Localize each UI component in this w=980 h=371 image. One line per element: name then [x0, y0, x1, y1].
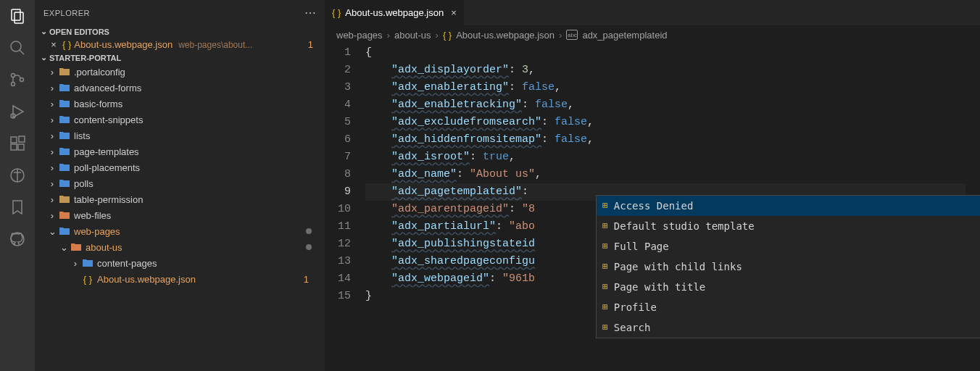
tree-item[interactable]: ›page-templates: [35, 143, 325, 159]
tree-item[interactable]: ›basic-forms: [35, 96, 325, 112]
folder-icon: [58, 67, 71, 77]
tree-item-label: web-files: [74, 210, 111, 221]
bookmark-icon[interactable]: [7, 197, 28, 217]
string-icon: abc: [566, 30, 578, 40]
explorer-icon[interactable]: [7, 6, 28, 26]
svg-point-5: [12, 83, 15, 86]
tree-item[interactable]: ›web-files: [35, 207, 325, 223]
open-editors-header[interactable]: ⌄ OPEN EDITORS: [35, 25, 325, 38]
autocomplete-item[interactable]: ⊞Search: [597, 317, 980, 338]
chevron-right-icon: ›: [70, 258, 81, 269]
svg-rect-0: [12, 9, 20, 20]
tree-item[interactable]: { }About-us.webpage.json1: [35, 271, 325, 287]
tree-item[interactable]: ⌄about-us: [35, 239, 325, 255]
autocomplete-item[interactable]: ⊞Access Denied: [597, 196, 980, 216]
code-line[interactable]: "adx_isroot": true,: [365, 149, 966, 166]
svg-rect-12: [19, 136, 25, 142]
code-editor[interactable]: 123456789101112131415 { "adx_displayorde…: [325, 44, 980, 371]
chevron-right-icon: ›: [559, 30, 562, 41]
breadcrumb-part[interactable]: About-us.webpage.json: [456, 30, 555, 41]
search-icon[interactable]: [7, 38, 28, 58]
folder-icon: [58, 210, 71, 220]
tree-item-label: table-permission: [74, 194, 143, 205]
folder-icon: [58, 130, 71, 141]
close-icon[interactable]: ×: [48, 39, 59, 50]
folder-icon: [58, 194, 71, 204]
autocomplete-item[interactable]: ⊞Page with title: [597, 277, 980, 297]
tree-item[interactable]: ›content-snippets: [35, 112, 325, 128]
close-icon[interactable]: ×: [451, 7, 457, 18]
modified-dot-icon: [306, 244, 312, 250]
open-editors-label: OPEN EDITORS: [49, 28, 109, 36]
tab-bar: { } About-us.webpage.json ×: [325, 0, 980, 25]
editor-area: { } About-us.webpage.json × web-pages › …: [325, 0, 980, 371]
tree-item-label: .portalconfig: [74, 67, 125, 78]
project-header[interactable]: ⌄ STARTER-PORTAL: [35, 51, 325, 64]
autocomplete-label: Access Denied: [614, 197, 694, 214]
breadcrumb-part[interactable]: about-us: [394, 30, 431, 41]
code-line[interactable]: {: [365, 44, 966, 62]
open-editor-item[interactable]: × { } About-us.webpage.json web-pages\ab…: [35, 38, 325, 51]
code-line[interactable]: "adx_enabletracking": false,: [365, 96, 966, 114]
more-icon[interactable]: ⋯: [304, 6, 316, 20]
editor-item-path: web-pages\about...: [178, 40, 252, 50]
modified-dot-icon: [306, 228, 312, 234]
autocomplete-label: Default studio template: [614, 217, 755, 235]
chevron-down-icon: ⌄: [58, 242, 70, 253]
activity-bar: [0, 0, 35, 371]
code-line[interactable]: "adx_displayorder": 3,: [365, 62, 966, 79]
folder-icon: [58, 114, 71, 125]
chevron-right-icon: ›: [46, 210, 58, 221]
source-control-icon[interactable]: [7, 70, 28, 90]
folder-icon: [81, 258, 94, 268]
tree-item[interactable]: ›content-pages: [35, 255, 325, 271]
tree-item[interactable]: ›advanced-forms: [35, 80, 325, 96]
tab-label: About-us.webpage.json: [345, 7, 444, 18]
autocomplete-popup[interactable]: ⊞Access Denied⊞Default studio template⊞F…: [596, 195, 980, 338]
folder-icon: [58, 226, 71, 236]
chevron-right-icon: ›: [436, 30, 439, 41]
json-icon: { }: [81, 274, 94, 285]
folder-icon: [70, 242, 83, 252]
folder-icon: [58, 83, 71, 93]
autocomplete-item[interactable]: ⊞Page with child links: [597, 257, 980, 277]
code-line[interactable]: "adx_excludefromsearch": false,: [365, 114, 966, 131]
breadcrumb-part[interactable]: web-pages: [336, 30, 383, 41]
tree-item[interactable]: ›table-permission: [35, 191, 325, 207]
tree-item[interactable]: ›lists: [35, 128, 325, 143]
svg-rect-1: [14, 12, 23, 23]
code-line[interactable]: "adx_enablerating": false,: [365, 79, 966, 96]
chevron-right-icon: ›: [387, 30, 390, 41]
tree-item-label: lists: [74, 130, 90, 141]
autocomplete-item[interactable]: ⊞Profile: [597, 297, 980, 317]
tree-item-label: basic-forms: [74, 99, 122, 109]
editor-item-name: About-us.webpage.json: [74, 39, 173, 50]
svg-rect-10: [11, 144, 17, 150]
tree-item[interactable]: ›polls: [35, 175, 325, 191]
tab-active[interactable]: { } About-us.webpage.json ×: [325, 0, 464, 25]
autocomplete-item[interactable]: ⊞Full Page: [597, 236, 980, 257]
autocomplete-item[interactable]: ⊞Default studio template: [597, 216, 980, 236]
chevron-down-icon: ⌄: [38, 53, 49, 62]
folder-icon: [58, 146, 71, 157]
tree-item[interactable]: ›poll-placements: [35, 159, 325, 175]
code-line[interactable]: "adx_hiddenfromsitemap": false,: [365, 131, 966, 149]
extensions-icon[interactable]: [7, 133, 28, 154]
chevron-right-icon: ›: [46, 67, 58, 78]
breadcrumb-part[interactable]: adx_pagetemplateid: [582, 30, 667, 41]
tree-item[interactable]: ⌄web-pages: [35, 223, 325, 239]
code-line[interactable]: "adx_name": "About us",: [365, 166, 966, 183]
github-icon[interactable]: [7, 229, 28, 249]
code-content[interactable]: { "adx_displayorder": 3, "adx_enablerati…: [365, 44, 966, 371]
tree-item-label: polls: [74, 178, 94, 189]
tree-item[interactable]: ›.portalconfig: [35, 64, 325, 80]
tree-item-label: About-us.webpage.json: [97, 274, 196, 285]
autocomplete-label: Full Page: [614, 238, 669, 255]
breadcrumb[interactable]: web-pages › about-us › { } About-us.webp…: [325, 25, 980, 44]
powerapps-icon[interactable]: [7, 165, 28, 186]
folder-icon: [58, 99, 71, 109]
run-debug-icon[interactable]: [7, 101, 28, 122]
chevron-right-icon: ›: [46, 194, 58, 205]
project-label: STARTER-PORTAL: [49, 54, 121, 62]
chevron-down-icon: ⌄: [46, 226, 58, 237]
